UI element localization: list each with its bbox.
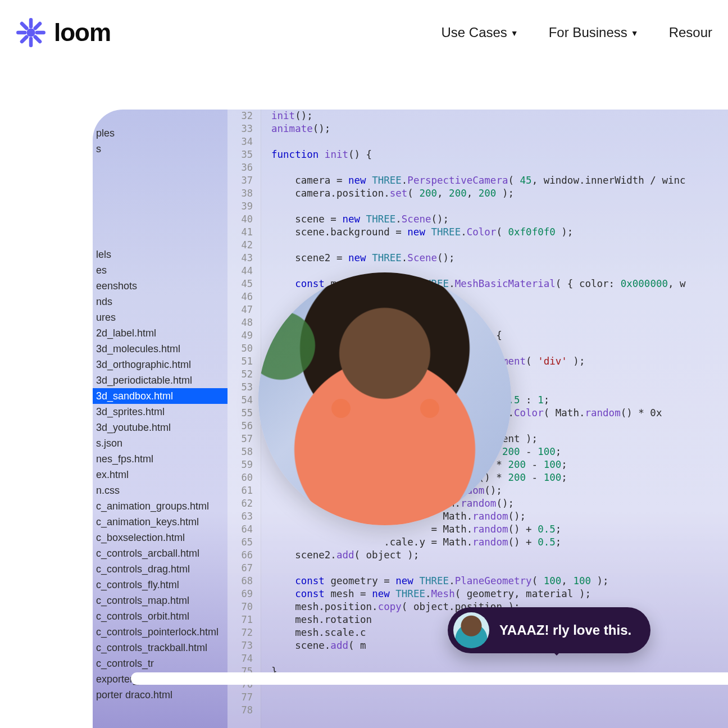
file-tree-item[interactable]: c_animation_keys.html xyxy=(93,514,228,530)
viewer-comment-bubble[interactable]: YAAAZ! rly love this. xyxy=(448,607,650,653)
svg-point-8 xyxy=(26,28,35,37)
file-tree-item[interactable]: ex.html xyxy=(93,467,228,483)
file-tree-item[interactable]: 3d_sandbox.html xyxy=(93,388,228,404)
svg-rect-2 xyxy=(16,31,26,34)
file-tree-item[interactable]: ples xyxy=(93,125,228,141)
file-tree-item[interactable]: r xyxy=(93,110,228,125)
svg-rect-1 xyxy=(29,37,33,47)
file-tree-item[interactable]: c_controls_fly.html xyxy=(93,577,228,593)
file-tree-item[interactable]: es xyxy=(93,262,228,278)
file-tree-item[interactable]: 2d_label.html xyxy=(93,325,228,341)
file-tree-item[interactable]: c_controls_map.html xyxy=(93,593,228,608)
presenter-webcam-bubble xyxy=(258,272,511,525)
chevron-down-icon: ▼ xyxy=(631,29,639,38)
file-tree-item[interactable]: 3d_sprites.html xyxy=(93,404,228,420)
file-tree: rpless lelseseenshotsndsures2d_label.htm… xyxy=(93,110,228,728)
file-tree-item[interactable]: s xyxy=(93,141,228,157)
file-tree-item[interactable]: c_animation_groups.html xyxy=(93,498,228,514)
loom-logo-icon xyxy=(16,17,46,48)
chevron-down-icon: ▼ xyxy=(511,29,518,38)
file-tree-item[interactable]: 3d_periodictable.html xyxy=(93,372,228,388)
line-number-gutter: 3233343536373839404142434445464748495051… xyxy=(228,110,261,728)
nav-use-cases[interactable]: Use Cases ▼ xyxy=(441,25,518,40)
svg-rect-3 xyxy=(35,31,46,34)
svg-rect-0 xyxy=(29,18,33,28)
svg-rect-7 xyxy=(33,34,43,44)
hero-video-card: rpless lelseseenshotsndsures2d_label.htm… xyxy=(93,110,728,728)
video-progress-bar[interactable] xyxy=(131,672,728,685)
nav-for-business[interactable]: For Business ▼ xyxy=(549,25,639,40)
nav-item-label: Use Cases xyxy=(441,25,507,40)
svg-rect-5 xyxy=(19,34,29,44)
file-tree-item[interactable]: nds xyxy=(93,294,228,310)
file-tree-item[interactable]: s.json xyxy=(93,435,228,451)
nav-item-label: Resour xyxy=(669,25,712,40)
nav-item-label: For Business xyxy=(549,25,627,40)
file-tree-item[interactable]: ures xyxy=(93,310,228,325)
file-tree-item[interactable]: c_boxselection.html xyxy=(93,530,228,545)
svg-rect-6 xyxy=(19,21,29,31)
file-tree-item[interactable]: porter draco.html xyxy=(93,687,228,703)
nav-links: Use Cases ▼ For Business ▼ Resour xyxy=(441,25,712,40)
commenter-avatar xyxy=(453,612,489,648)
top-nav: loom Use Cases ▼ For Business ▼ Resour xyxy=(0,10,728,55)
brand[interactable]: loom xyxy=(16,17,111,48)
file-tree-item[interactable]: eenshots xyxy=(93,278,228,294)
file-tree-item[interactable]: c_controls_arcball.html xyxy=(93,545,228,561)
file-tree-item[interactable]: lels xyxy=(93,247,228,262)
brand-wordmark: loom xyxy=(54,19,111,47)
file-tree-item[interactable]: n.css xyxy=(93,483,228,498)
file-tree-item[interactable]: c_controls_trackball.html xyxy=(93,640,228,656)
svg-rect-4 xyxy=(33,21,43,31)
file-tree-item[interactable]: c_controls_pointerlock.html xyxy=(93,624,228,640)
file-tree-item[interactable]: c_controls_orbit.html xyxy=(93,608,228,624)
file-tree-item[interactable]: 3d_molecules.html xyxy=(93,341,228,357)
file-tree-item[interactable]: 3d_youtube.html xyxy=(93,420,228,435)
file-tree-item[interactable]: nes_fps.html xyxy=(93,451,228,467)
file-tree-item[interactable]: c_controls_tr xyxy=(93,656,228,671)
comment-text: YAAAZ! rly love this. xyxy=(499,622,631,638)
file-tree-item[interactable]: c_controls_drag.html xyxy=(93,561,228,577)
nav-resources[interactable]: Resour xyxy=(669,25,712,40)
file-tree-item[interactable]: 3d_orthographic.html xyxy=(93,357,228,372)
